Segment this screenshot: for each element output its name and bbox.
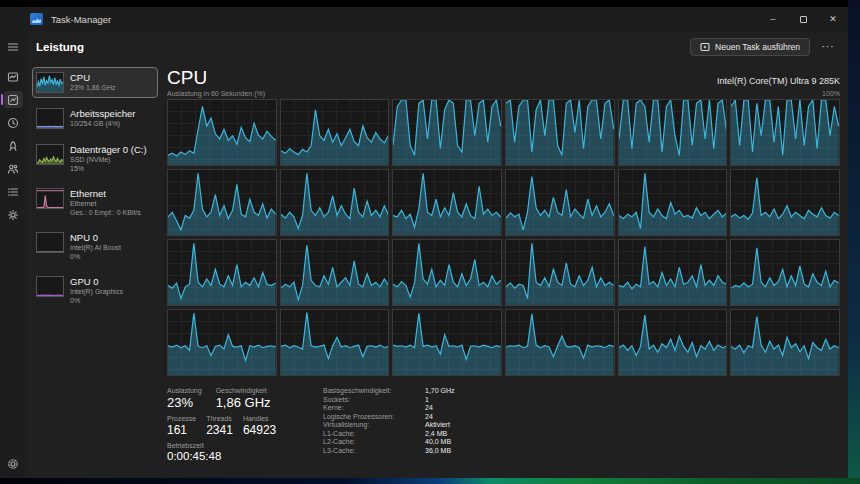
run-new-task-label: Neuen Task ausführen	[715, 42, 800, 52]
ethernet-thumbnail-graph	[36, 188, 64, 209]
npu-0-title: NPU 0	[70, 232, 121, 243]
spec-value-l2-cache-: 40,0 MB	[425, 438, 455, 445]
per-core-graph-grid	[167, 99, 840, 376]
task-manager-app-icon	[30, 13, 43, 25]
cpu-core-graph-12	[167, 239, 277, 306]
spec-label-l1-cache-: L1-Cache:	[323, 430, 419, 437]
cpu-core-graph-19	[280, 309, 390, 376]
npu-0-subtitle-1: 0%	[70, 252, 121, 261]
cpu-thumbnail-graph	[36, 72, 64, 93]
cpu-stats: Auslastung23%Geschwindigkeit1,86 GHzProz…	[167, 387, 840, 467]
gpu-0-thumbnail-graph	[36, 276, 64, 297]
nav-services-icon[interactable]	[4, 206, 23, 223]
stat-label: Threads	[206, 415, 233, 422]
ethernet-card-text: EthernetEthernetGes.: 0 Empf.: 0 KBit/s	[70, 188, 141, 217]
cpu-core-graph-20	[392, 309, 502, 376]
cpu-core-graph-5	[730, 99, 840, 166]
sidebar-item-disk-0[interactable]: Datenträger 0 (C:)SSD (NVMe)15%	[32, 139, 158, 178]
cpu-pane-title: CPU	[167, 67, 207, 89]
stat-betriebszeit: Betriebszeit0:00:45:48	[167, 442, 221, 462]
page-title: Leistung	[36, 41, 84, 53]
cpu-core-graph-13	[280, 239, 390, 306]
npu-0-thumbnail-graph	[36, 232, 64, 253]
npu-0-subtitle-0: Intel(R) AI Boost	[70, 243, 121, 252]
ethernet-subtitle-1: Ges.: 0 Empf.: 0 KBit/s	[70, 208, 141, 217]
content-header: Leistung Neuen Task ausführen ···	[26, 31, 848, 62]
cpu-subtitle-0: 23% 1,86 GHz	[70, 83, 116, 92]
maximize-button[interactable]	[788, 7, 818, 31]
spec-label-kerne-: Kerne:	[323, 404, 419, 411]
nav-processes-icon[interactable]	[4, 68, 23, 85]
cpu-stats-right: Basisgeschwindigkeit:1,70 GHzSockets:1Ke…	[323, 387, 455, 467]
window-controls: – ✕	[758, 7, 848, 31]
sidebar-item-cpu[interactable]: CPU23% 1,86 GHz	[32, 67, 158, 98]
cpu-core-graph-16	[618, 239, 728, 306]
gpu-0-card-text: GPU 0Intel(R) Graphics0%	[70, 276, 123, 305]
stat-prozesse: Prozesse161	[167, 415, 196, 437]
stat-threads: Threads2341	[206, 415, 233, 437]
disk-0-subtitle-1: 15%	[70, 164, 147, 173]
disk-0-subtitle-0: SSD (NVMe)	[70, 155, 147, 164]
more-options-button[interactable]: ···	[816, 37, 840, 56]
disk-0-title: Datenträger 0 (C:)	[70, 144, 147, 155]
stat-value: 1,86 GHz	[216, 395, 271, 410]
cpu-core-graph-3	[505, 99, 615, 166]
cpu-title: CPU	[70, 72, 116, 83]
cpu-card-text: CPU23% 1,86 GHz	[70, 72, 116, 92]
stat-label: Betriebszeit	[167, 442, 221, 449]
minimize-button[interactable]: –	[758, 7, 788, 31]
sidebar-item-memory[interactable]: Arbeitsspeicher10/254 GB (4%)	[32, 103, 158, 134]
stat-value: 0:00:45:48	[167, 450, 221, 462]
task-manager-window: Task-Manager – ✕	[0, 7, 848, 478]
stat-value: 161	[167, 423, 196, 437]
gpu-0-title: GPU 0	[70, 276, 123, 287]
sidebar-item-ethernet[interactable]: EthernetEthernetGes.: 0 Empf.: 0 KBit/s	[32, 183, 158, 222]
npu-0-card-text: NPU 0Intel(R) AI Boost0%	[70, 232, 121, 261]
settings-gear-icon[interactable]	[4, 455, 23, 472]
nav-users-icon[interactable]	[4, 160, 23, 177]
ethernet-title: Ethernet	[70, 188, 141, 199]
spec-label-basisgeschwindigkeit-: Basisgeschwindigkeit:	[323, 387, 419, 394]
sidebar-item-gpu-0[interactable]: GPU 0Intel(R) Graphics0%	[32, 271, 158, 310]
ethernet-subtitle-0: Ethernet	[70, 199, 141, 208]
sidebar-item-npu-0[interactable]: NPU 0Intel(R) AI Boost0%	[32, 227, 158, 266]
cpu-core-graph-21	[505, 309, 615, 376]
spec-value-l1-cache-: 2,4 MB	[425, 430, 455, 437]
maximize-icon	[800, 16, 807, 23]
stat-value: 64923	[243, 423, 276, 437]
memory-thumbnail-graph	[36, 108, 64, 129]
stat-label: Prozesse	[167, 415, 196, 422]
cpu-core-graph-11	[730, 169, 840, 236]
cpu-core-graph-15	[505, 239, 615, 306]
disk-0-thumbnail-graph	[36, 144, 64, 165]
stat-value: 2341	[206, 423, 233, 437]
cpu-detail-pane: CPU Intel(R) Core(TM) Ultra 9 285K Ausla…	[158, 67, 840, 478]
nav-rail	[0, 31, 26, 478]
spec-label-sockets-: Sockets:	[323, 396, 419, 403]
window-title: Task-Manager	[51, 14, 111, 25]
nav-performance-icon[interactable]	[4, 91, 23, 108]
cpu-core-graph-14	[392, 239, 502, 306]
cpu-core-graph-4	[618, 99, 728, 166]
cpu-core-graph-6	[167, 169, 277, 236]
stat-geschwindigkeit: Geschwindigkeit1,86 GHz	[216, 387, 271, 410]
cpu-core-graph-2	[392, 99, 502, 166]
stat-label: Geschwindigkeit	[216, 387, 271, 394]
close-button[interactable]: ✕	[818, 7, 848, 31]
run-new-task-button[interactable]: Neuen Task ausführen	[690, 38, 810, 56]
gpu-0-subtitle-0: Intel(R) Graphics	[70, 287, 123, 296]
hamburger-menu-icon[interactable]	[4, 38, 23, 55]
memory-title: Arbeitsspeicher	[70, 108, 135, 119]
spec-value-basisgeschwindigkeit-: 1,70 GHz	[425, 387, 455, 394]
nav-details-icon[interactable]	[4, 183, 23, 200]
nav-app-history-icon[interactable]	[4, 114, 23, 131]
cpu-core-graph-9	[505, 169, 615, 236]
spec-value-logische-prozessoren-: 24	[425, 413, 455, 420]
desktop-wallpaper-right-edge	[848, 0, 860, 484]
nav-startup-apps-icon[interactable]	[4, 137, 23, 154]
titlebar[interactable]: Task-Manager – ✕	[0, 7, 848, 31]
stat-handles: Handles64923	[243, 415, 276, 437]
cpu-stats-left: Auslastung23%Geschwindigkeit1,86 GHzProz…	[167, 387, 319, 467]
graph-max-label: 100%	[822, 90, 840, 97]
cpu-core-graph-18	[167, 309, 277, 376]
